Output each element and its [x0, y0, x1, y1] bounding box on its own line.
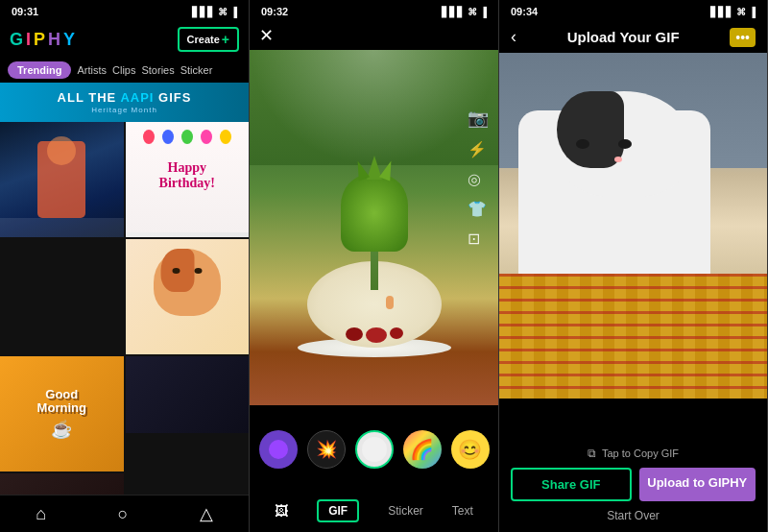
- sticker-purple[interactable]: [259, 430, 298, 469]
- signal-icon-3: ▋▋▋: [710, 7, 733, 17]
- action-buttons: Share GIF Upload to GIPHY: [511, 468, 756, 501]
- cat-photo: [499, 53, 767, 399]
- tiny-figure: [386, 296, 394, 309]
- phone-3-upload-gif: 09:34 ▋▋▋ ⌘ ▐ ‹ Upload Your GIF •••: [499, 0, 768, 532]
- gif-basketball[interactable]: [0, 122, 124, 237]
- wifi-icon: ⌘: [218, 7, 228, 17]
- mode-text[interactable]: Text: [452, 504, 473, 518]
- giphy-logo: GIPHY: [10, 30, 75, 50]
- battery-icon: ▐: [230, 7, 237, 17]
- upload-header: ‹ Upload Your GIF •••: [499, 21, 767, 53]
- giphy-header: GIPHY Create +: [0, 21, 249, 58]
- logo-letter-g: G: [10, 30, 23, 50]
- phone-2-gif-creator: 09:32 ▋▋▋ ⌘ ▐ ✕: [250, 0, 499, 532]
- tab-stories[interactable]: Stories: [141, 64, 174, 76]
- status-bar-2: 09:32 ▋▋▋ ⌘ ▐: [250, 0, 498, 21]
- rocks: [346, 327, 403, 343]
- goodmorning-text: GoodMorning: [37, 388, 86, 416]
- nav-tabs: Trending Artists Clips Stories Sticker: [0, 58, 249, 83]
- tab-clips[interactable]: Clips: [112, 64, 135, 76]
- tab-stickers[interactable]: Sticker: [180, 64, 213, 76]
- shirt-icon[interactable]: 👕: [468, 200, 489, 218]
- banner-subtitle: Heritage Month: [8, 106, 241, 114]
- upload-title: Upload Your GIF: [567, 29, 680, 45]
- aapi-banner: ALL THE AAPI GIFS Heritage Month: [0, 83, 249, 122]
- sticker-white-selected[interactable]: [355, 430, 394, 469]
- camera-switch-icon[interactable]: 📷: [468, 108, 489, 129]
- create-label: Create: [187, 34, 220, 45]
- bottom-mode-bar: 🖼 GIF Sticker Text: [250, 490, 498, 532]
- gif-cat[interactable]: [126, 239, 250, 354]
- more-options-button[interactable]: •••: [730, 28, 756, 47]
- upload-to-giphy-button[interactable]: Upload to GIPHY: [639, 468, 756, 501]
- logo-letter-i: I: [26, 30, 31, 50]
- close-button[interactable]: ✕: [259, 25, 274, 46]
- start-over-button[interactable]: Start Over: [511, 509, 756, 522]
- mode-sticker[interactable]: Sticker: [388, 504, 423, 518]
- birthday-text: HappyBirthday!: [126, 160, 250, 191]
- logo-letter-y: Y: [63, 30, 75, 50]
- sticker-emoji[interactable]: 😊: [451, 430, 490, 469]
- battery-icon-2: ▐: [480, 7, 487, 17]
- plant-top: [341, 175, 408, 252]
- banner-text-gifs: GIFS: [158, 90, 191, 105]
- tab-artists[interactable]: Artists: [77, 64, 107, 76]
- tab-trending[interactable]: Trending: [8, 61, 71, 79]
- gif-birthday[interactable]: HappyBirthday!: [126, 122, 250, 237]
- status-icons-2: ▋▋▋ ⌘ ▐: [442, 7, 487, 17]
- logo-letter-p: P: [34, 30, 45, 50]
- banner-text-all: ALL THE: [58, 90, 121, 105]
- photo-mode-icon[interactable]: 🖼: [275, 503, 288, 519]
- profile-icon[interactable]: △: [200, 503, 213, 524]
- flash-icon[interactable]: ⚡: [468, 140, 489, 158]
- home-icon[interactable]: ⌂: [36, 504, 46, 524]
- status-icons-1: ▋▋▋ ⌘ ▐: [192, 7, 237, 17]
- filter-icon[interactable]: ◎: [468, 170, 489, 188]
- status-bar-3: 09:34 ▋▋▋ ⌘ ▐: [499, 0, 767, 21]
- time-1: 09:31: [12, 6, 38, 17]
- gif-dark1[interactable]: [126, 356, 250, 433]
- signal-icon-2: ▋▋▋: [442, 7, 465, 17]
- wifi-icon-2: ⌘: [468, 7, 477, 17]
- expand-icon[interactable]: ⊡: [468, 230, 489, 248]
- search-icon[interactable]: ○: [117, 504, 128, 524]
- creator-icons: 📷 ⚡ ◎ 👕 ⊡: [468, 108, 489, 248]
- mode-gif-button[interactable]: GIF: [317, 499, 359, 522]
- creator-topbar: ✕: [250, 21, 498, 50]
- copy-icon: ⧉: [588, 447, 596, 460]
- logo-letter-h: H: [48, 30, 60, 50]
- create-button[interactable]: Create +: [178, 27, 239, 52]
- create-plus-icon: +: [222, 32, 229, 47]
- status-icons-3: ▋▋▋ ⌘ ▐: [710, 7, 756, 17]
- banner-aapi: AAPI: [120, 90, 154, 105]
- tap-to-copy[interactable]: ⧉ Tap to Copy GIF: [511, 447, 756, 460]
- camera-preview: 📷 ⚡ ◎ 👕 ⊡: [250, 50, 498, 405]
- share-gif-button[interactable]: Share GIF: [511, 468, 632, 501]
- wifi-icon-3: ⌘: [736, 7, 746, 17]
- back-button[interactable]: ‹: [511, 27, 516, 47]
- gif-grid: HappyBirthday! GoodMorning ☕: [0, 122, 249, 532]
- bottom-nav: ⌂ ○ △: [0, 495, 249, 532]
- battery-icon-3: ▐: [749, 7, 756, 17]
- tap-to-copy-text: Tap to Copy GIF: [602, 447, 679, 459]
- time-3: 09:34: [511, 6, 538, 17]
- gif-goodmorning[interactable]: GoodMorning ☕: [0, 356, 124, 472]
- status-bar-1: 09:31 ▋▋▋ ⌘ ▐: [0, 0, 249, 21]
- signal-icon: ▋▋▋: [192, 7, 215, 17]
- sticker-toolbar: 💥 🌈 😊: [250, 424, 498, 474]
- sticker-rainbow[interactable]: 🌈: [403, 430, 442, 469]
- phone-1-giphy-home: 09:31 ▋▋▋ ⌘ ▐ GIPHY Create + Trending Ar…: [0, 0, 250, 532]
- time-2: 09:32: [261, 6, 288, 17]
- upload-footer: ⧉ Tap to Copy GIF Share GIF Upload to GI…: [499, 439, 767, 532]
- sticker-star[interactable]: 💥: [307, 430, 346, 469]
